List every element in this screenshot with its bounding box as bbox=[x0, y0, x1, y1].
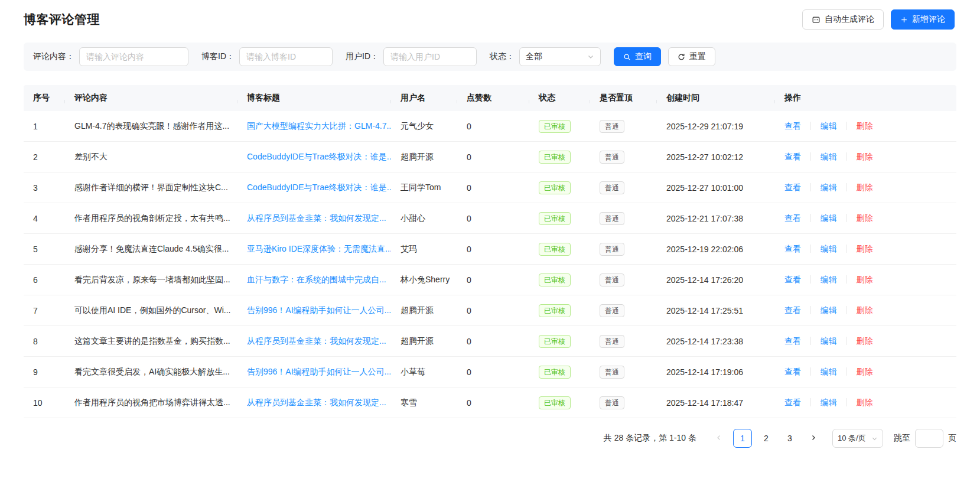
edit-link[interactable]: 编辑 bbox=[821, 244, 837, 253]
delete-link[interactable]: 删除 bbox=[857, 275, 873, 284]
add-comment-button[interactable]: 新增评论 bbox=[891, 9, 955, 30]
edit-link[interactable]: 编辑 bbox=[821, 305, 837, 315]
delete-link[interactable]: 删除 bbox=[857, 152, 873, 161]
view-link[interactable]: 查看 bbox=[784, 152, 801, 161]
view-link[interactable]: 查看 bbox=[784, 213, 801, 223]
jump-prefix-label: 跳至 bbox=[894, 433, 910, 444]
delete-link[interactable]: 删除 bbox=[857, 305, 873, 315]
delete-link[interactable]: 删除 bbox=[857, 398, 873, 407]
add-comment-label: 新增评论 bbox=[912, 14, 945, 25]
action-divider bbox=[846, 245, 847, 253]
blog-title-link[interactable]: 告别996！AI编程助手如何让一人公司... bbox=[247, 367, 391, 376]
edit-link[interactable]: 编辑 bbox=[821, 275, 837, 284]
edit-link[interactable]: 编辑 bbox=[821, 336, 837, 346]
action-divider bbox=[846, 398, 847, 406]
status-badge: 已审核 bbox=[539, 273, 571, 286]
delete-link[interactable]: 删除 bbox=[857, 367, 873, 376]
blog-title-link[interactable]: CodeBuddyIDE与Trae终极对决：谁是... bbox=[247, 183, 391, 192]
chevron-left-icon bbox=[715, 434, 722, 443]
action-divider bbox=[846, 275, 847, 284]
delete-link[interactable]: 删除 bbox=[857, 213, 873, 223]
column-header-likes: 点赞数 bbox=[457, 93, 529, 103]
delete-link[interactable]: 删除 bbox=[857, 244, 873, 253]
blog-title-link[interactable]: 国产大模型编程实力大比拼：GLM-4.7... bbox=[247, 121, 391, 131]
pinned-badge: 普通 bbox=[600, 151, 624, 164]
blog-id-filter-input[interactable] bbox=[239, 47, 333, 66]
edit-link[interactable]: 编辑 bbox=[821, 398, 837, 407]
created-time-cell: 2025-12-21 17:07:38 bbox=[657, 214, 775, 223]
created-time-cell: 2025-12-14 17:19:06 bbox=[657, 367, 775, 377]
status-select-value: 全部 bbox=[526, 51, 542, 62]
search-button[interactable]: 查询 bbox=[614, 47, 661, 66]
view-link[interactable]: 查看 bbox=[784, 121, 801, 131]
blog-title-link[interactable]: 亚马逊Kiro IDE深度体验：无需魔法直... bbox=[247, 244, 391, 253]
reset-button[interactable]: 重置 bbox=[668, 47, 715, 66]
blog-title-link[interactable]: 告别996！AI编程助手如何让一人公司... bbox=[247, 305, 391, 315]
user-id-filter-input[interactable] bbox=[383, 47, 477, 66]
status-badge: 已审核 bbox=[539, 366, 571, 379]
pinned-badge: 普通 bbox=[600, 243, 624, 256]
edit-link[interactable]: 编辑 bbox=[821, 152, 837, 161]
view-link[interactable]: 查看 bbox=[784, 244, 801, 253]
delete-link[interactable]: 删除 bbox=[857, 121, 873, 131]
blog-title-link[interactable]: 从程序员到基金韭菜：我如何发现定... bbox=[247, 398, 386, 407]
auto-generate-comments-button[interactable]: 自动生成评论 bbox=[802, 9, 884, 30]
table-row: 1 GLM-4.7的表现确实亮眼！感谢作者用这... 国产大模型编程实力大比拼：… bbox=[24, 111, 956, 142]
blog-id-filter-label: 博客ID： bbox=[201, 51, 235, 62]
next-page-button[interactable] bbox=[804, 429, 823, 448]
status-select[interactable]: 全部 bbox=[519, 47, 601, 66]
created-time-cell: 2025-12-19 22:02:06 bbox=[657, 245, 775, 254]
likes-count-cell: 0 bbox=[457, 275, 529, 285]
blog-title-link[interactable]: CodeBuddyIDE与Trae终极对决：谁是... bbox=[247, 152, 391, 161]
view-link[interactable]: 查看 bbox=[784, 367, 801, 376]
topbar-actions: 自动生成评论 新增评论 bbox=[802, 9, 955, 30]
row-index-cell: 10 bbox=[24, 398, 65, 408]
jump-to-input[interactable] bbox=[915, 429, 943, 448]
action-divider bbox=[810, 183, 811, 191]
prev-page-button[interactable] bbox=[709, 429, 728, 448]
created-time-cell: 2025-12-29 21:07:19 bbox=[657, 122, 775, 131]
delete-link[interactable]: 删除 bbox=[857, 336, 873, 346]
robot-icon bbox=[812, 15, 821, 24]
filter-user-id: 用户ID： bbox=[346, 47, 477, 66]
view-link[interactable]: 查看 bbox=[784, 336, 801, 346]
username-cell: 超腾开源 bbox=[391, 336, 457, 347]
edit-link[interactable]: 编辑 bbox=[821, 121, 837, 131]
likes-count-cell: 0 bbox=[457, 214, 529, 223]
page-button-3[interactable]: 3 bbox=[780, 429, 799, 448]
table-row: 6 看完后背发凉，原来每一堵墙都如此坚固... 血汗与数字：在系统的围城中完成自… bbox=[24, 265, 956, 295]
column-header-actions: 操作 bbox=[775, 93, 956, 103]
page-button-2[interactable]: 2 bbox=[757, 429, 776, 448]
column-header-content: 评论内容 bbox=[65, 93, 237, 103]
action-divider bbox=[810, 214, 811, 222]
table-row: 9 看完文章很受启发，AI确实能极大解放生... 告别996！AI编程助手如何让… bbox=[24, 357, 956, 387]
comment-content-cell: 看完文章很受启发，AI确实能极大解放生... bbox=[65, 367, 237, 377]
page-size-select[interactable]: 10 条/页 bbox=[832, 429, 883, 448]
view-link[interactable]: 查看 bbox=[784, 305, 801, 315]
table-row: 3 感谢作者详细的横评！界面定制性这块C... CodeBuddyIDE与Tra… bbox=[24, 172, 956, 203]
page-jump: 跳至 页 bbox=[894, 429, 956, 448]
username-cell: 艾玛 bbox=[391, 244, 457, 255]
likes-count-cell: 0 bbox=[457, 306, 529, 315]
likes-count-cell: 0 bbox=[457, 398, 529, 408]
filter-comment: 评论内容： bbox=[33, 47, 188, 66]
blog-title-link[interactable]: 血汗与数字：在系统的围城中完成自... bbox=[247, 275, 386, 284]
view-link[interactable]: 查看 bbox=[784, 183, 801, 192]
status-badge: 已审核 bbox=[539, 120, 571, 133]
blog-title-link[interactable]: 从程序员到基金韭菜：我如何发现定... bbox=[247, 336, 386, 346]
column-header-no: 序号 bbox=[24, 93, 65, 103]
comment-filter-input[interactable] bbox=[79, 47, 188, 66]
chevron-down-icon bbox=[871, 435, 878, 442]
page-button-1[interactable]: 1 bbox=[733, 429, 752, 448]
delete-link[interactable]: 删除 bbox=[857, 183, 873, 192]
page-size-value: 10 条/页 bbox=[838, 433, 866, 444]
edit-link[interactable]: 编辑 bbox=[821, 213, 837, 223]
edit-link[interactable]: 编辑 bbox=[821, 183, 837, 192]
blog-title-link[interactable]: 从程序员到基金韭菜：我如何发现定... bbox=[247, 213, 386, 223]
created-time-cell: 2025-12-27 10:02:12 bbox=[657, 152, 775, 162]
action-divider bbox=[810, 398, 811, 406]
status-badge: 已审核 bbox=[539, 243, 571, 256]
view-link[interactable]: 查看 bbox=[784, 398, 801, 407]
view-link[interactable]: 查看 bbox=[784, 275, 801, 284]
edit-link[interactable]: 编辑 bbox=[821, 367, 837, 376]
